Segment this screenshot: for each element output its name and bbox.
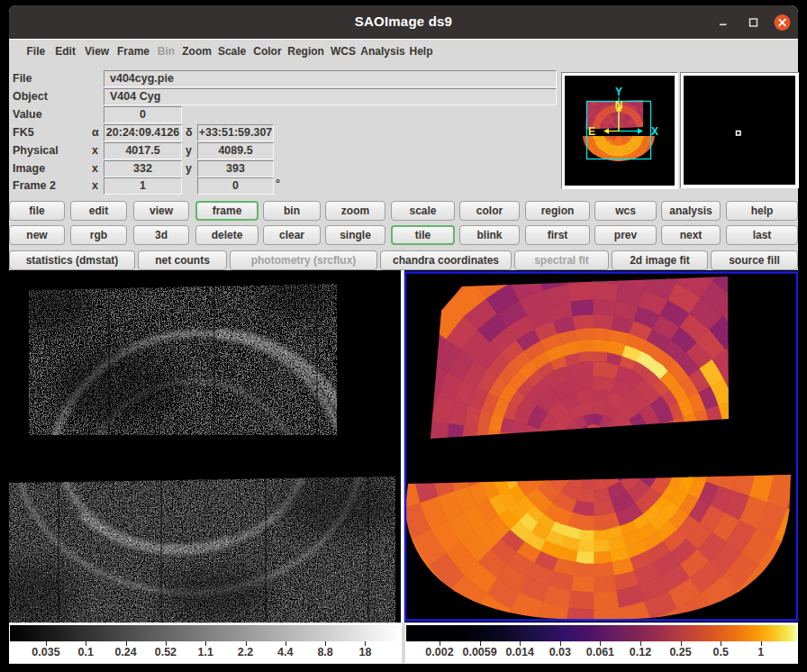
svg-text:E: E [588,125,595,138]
svg-text:Y: Y [615,86,622,98]
svg-text:N: N [615,99,623,112]
svg-text:X: X [651,125,658,138]
